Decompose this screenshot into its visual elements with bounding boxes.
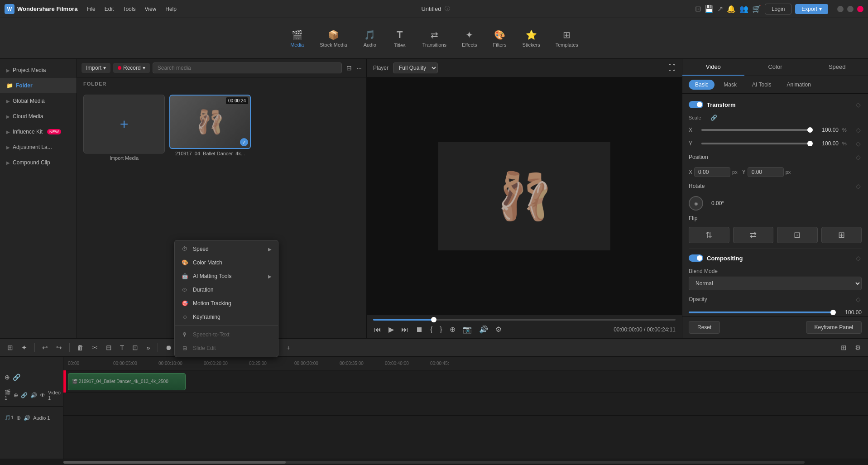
tab-color[interactable]: Color — [744, 59, 806, 76]
toolbar-stickers[interactable]: ⭐ Stickers — [516, 27, 547, 50]
scale-x-slider[interactable] — [701, 129, 810, 131]
scale-x-keyframe[interactable]: ◇ — [855, 125, 862, 134]
timeline-split-button[interactable]: ⊟ — [103, 342, 115, 354]
audio-track-mute-button[interactable]: 🔊 — [24, 415, 30, 421]
menu-help[interactable]: Help — [165, 6, 177, 12]
transform-keyframe-button[interactable]: ◇ — [855, 100, 862, 109]
timeline-layout-button[interactable]: ⊞ — [838, 342, 849, 354]
scale-y-slider[interactable] — [701, 143, 810, 144]
timeline-more-button[interactable]: » — [144, 342, 153, 353]
video-clip[interactable]: 🎬 210917_04_Ballet Dancer_4k_013_4k_2500 — [68, 373, 186, 390]
ctx-color-match[interactable]: 🎨 Color Match — [175, 256, 278, 269]
position-x-input[interactable] — [694, 167, 730, 177]
position-keyframe-button[interactable]: ◇ — [855, 153, 862, 162]
share-icon[interactable]: ↗ — [717, 5, 723, 13]
subtab-ai-tools[interactable]: AI Tools — [746, 80, 777, 90]
maximize-button[interactable] — [847, 6, 854, 12]
toolbar-titles[interactable]: T Titles — [386, 26, 413, 51]
compositing-keyframe-button[interactable]: ◇ — [855, 254, 862, 263]
sidebar-item-compound-clip[interactable]: ▶ Compound Clip — [0, 155, 77, 170]
close-button[interactable] — [857, 6, 863, 12]
audio-button[interactable]: 🔊 — [478, 324, 489, 335]
toolbar-audio[interactable]: 🎵 Audio — [356, 27, 384, 50]
sidebar-item-folder[interactable]: 📁 Folder — [0, 78, 77, 93]
menu-tools[interactable]: Tools — [123, 6, 135, 12]
transform-toggle[interactable] — [689, 101, 703, 108]
ctx-motion-tracking[interactable]: 🎯 Motion Tracking — [175, 297, 278, 310]
track-mute-button[interactable]: 🔊 — [30, 392, 37, 398]
more-button[interactable]: ··· — [356, 64, 362, 72]
import-media-box[interactable]: + — [83, 95, 165, 153]
scale-y-keyframe[interactable]: ◇ — [855, 139, 862, 148]
progress-bar[interactable] — [373, 319, 676, 321]
add-to-timeline-button[interactable]: ⊕ — [449, 324, 456, 335]
timeline-text-button[interactable]: T — [117, 342, 127, 353]
filter-button[interactable]: ⊟ — [345, 62, 354, 73]
flip-v-button[interactable]: ⊞ — [821, 227, 862, 243]
audio-track-add-button[interactable]: ⊕ — [16, 415, 21, 421]
clip-thumbnail[interactable]: 🩰 00:00:24 ✓ — [169, 95, 251, 149]
timeline-snap-button[interactable]: ✦ — [19, 342, 30, 354]
menu-view[interactable]: View — [144, 6, 156, 12]
reset-button[interactable]: Reset — [689, 321, 720, 334]
snapshot-button[interactable]: 📷 — [462, 324, 473, 335]
compositing-toggle[interactable] — [689, 254, 703, 262]
timeline-add-media-button[interactable]: ⊕ — [5, 374, 10, 381]
skip-back-button[interactable]: ⏮ — [373, 325, 382, 335]
toolbar-effects[interactable]: ✦ Effects — [456, 27, 483, 50]
timeline-scrollbar[interactable] — [0, 459, 868, 465]
toolbar-stock-media[interactable]: 📦 Stock Media — [313, 27, 354, 50]
timeline-delete-button[interactable]: 🗑 — [74, 342, 86, 353]
progress-thumb[interactable] — [431, 317, 436, 322]
fullscreen-button[interactable]: ⛶ — [668, 64, 676, 72]
tab-video[interactable]: Video — [682, 59, 744, 76]
timeline-crop-button[interactable]: ⊡ — [129, 342, 141, 354]
flip-h-button[interactable]: ⊡ — [777, 227, 818, 243]
track-link-button[interactable]: 🔗 — [21, 392, 28, 398]
sidebar-item-influence-kit[interactable]: ▶ Influence Kit NEW — [0, 124, 77, 139]
sidebar-item-cloud-media[interactable]: ▶ Cloud Media — [0, 109, 77, 124]
record-button[interactable]: Record ▾ — [113, 63, 150, 73]
ctx-speed[interactable]: ⏱ Speed ▶ — [175, 242, 278, 256]
minimize-button[interactable] — [837, 6, 844, 12]
skip-forward-button[interactable]: ⏭ — [400, 325, 409, 335]
timeline-zoom-in-button[interactable]: + — [283, 342, 293, 353]
timeline-settings-button[interactable]: ⚙ — [852, 342, 863, 354]
save-icon[interactable]: 💾 — [705, 5, 714, 13]
track-add-button[interactable]: ⊕ — [14, 392, 18, 398]
sidebar-item-global-media[interactable]: ▶ Global Media — [0, 93, 77, 109]
stop-button[interactable]: ⏹ — [415, 325, 424, 335]
scrollbar-track[interactable] — [63, 461, 805, 464]
mark-out-button[interactable]: } — [439, 325, 443, 335]
toolbar-filters[interactable]: 🎨 Filters — [486, 27, 513, 50]
flip-horizontal-button[interactable]: ⇅ — [689, 227, 729, 243]
track-eye-button[interactable]: 👁 — [40, 392, 45, 398]
blend-mode-select[interactable]: Normal — [689, 277, 862, 290]
play-button[interactable]: ▶ — [388, 324, 395, 335]
sidebar-item-project-media[interactable]: ▶ Project Media — [0, 62, 77, 78]
subtab-basic[interactable]: Basic — [689, 80, 715, 90]
toolbar-transitions[interactable]: ⇄ Transitions — [416, 27, 453, 50]
menu-edit[interactable]: Edit — [105, 6, 114, 12]
scrollbar-thumb[interactable] — [63, 461, 286, 464]
ctx-speech-to-text[interactable]: 🎙 Speech-to-Text — [175, 328, 278, 341]
ctx-keyframing[interactable]: ◇ Keyframing — [175, 310, 278, 324]
quality-select[interactable]: Full Quality — [393, 62, 438, 73]
subtab-mask[interactable]: Mask — [717, 80, 743, 90]
screen-icon[interactable]: ⊡ — [695, 5, 701, 13]
settings-button[interactable]: ⚙ — [494, 324, 503, 335]
import-button[interactable]: Import ▾ — [82, 63, 110, 73]
opacity-slider[interactable] — [689, 312, 833, 313]
sidebar-item-adjustment-la[interactable]: ▶ Adjustment La... — [0, 139, 77, 155]
position-y-input[interactable] — [748, 167, 784, 177]
search-input[interactable] — [153, 62, 342, 73]
timeline-playhead-button[interactable]: ⏺ — [163, 342, 175, 353]
rotate-keyframe-button[interactable]: ◇ — [855, 182, 862, 191]
ctx-ai-matting-tools[interactable]: 🤖 AI Matting Tools ▶ — [175, 269, 278, 283]
timeline-cut-button[interactable]: ✂ — [89, 342, 101, 354]
opacity-keyframe-button[interactable]: ◇ — [855, 295, 862, 304]
ctx-slide-edit[interactable]: ⊟ Slide Edit — [175, 341, 278, 355]
keyframe-panel-button[interactable]: Keyframe Panel — [806, 321, 862, 334]
export-button[interactable]: Export ▾ — [795, 4, 828, 14]
timeline-add-track-button[interactable]: ⊞ — [5, 342, 16, 354]
